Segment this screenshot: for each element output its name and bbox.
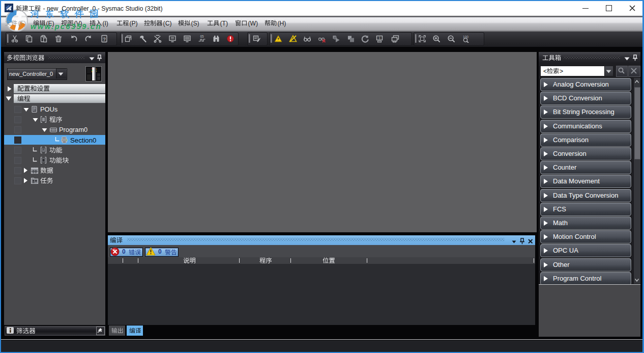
svg-text:?: ? [103, 37, 105, 42]
svg-text:1: 1 [378, 36, 380, 40]
svg-text:65: 65 [200, 35, 204, 38]
